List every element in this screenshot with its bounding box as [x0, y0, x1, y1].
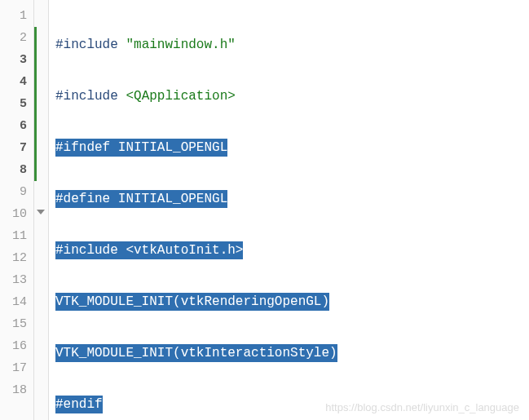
line-number: 7: [0, 137, 33, 159]
line-number: 15: [0, 313, 33, 335]
line-number: 2: [0, 27, 33, 49]
code-line: #include <QApplication>: [55, 86, 529, 108]
change-bar: [34, 27, 37, 49]
line-number: 5: [0, 93, 33, 115]
line-number: 17: [0, 357, 33, 379]
line-number: 11: [0, 225, 33, 247]
line-number: 13: [0, 269, 33, 291]
line-number: 3: [0, 49, 33, 71]
selected-text: VTK_MODULE_INIT(vtkRenderingOpenGL): [55, 293, 329, 311]
selected-text: #endif: [55, 396, 103, 413]
line-number: 8: [0, 159, 33, 181]
code-line: #ifndef INITIAL_OPENGL: [55, 137, 529, 159]
change-bar: [34, 159, 37, 181]
watermark: https://blog.csdn.net/liyunxin_c_languag…: [325, 401, 519, 413]
line-number: 4: [0, 71, 33, 93]
fold-gutter: [34, 0, 49, 420]
line-number: 18: [0, 379, 33, 401]
line-number: 16: [0, 335, 33, 357]
line-number: 10: [0, 203, 33, 225]
selected-text: VTK_MODULE_INIT(vtkInteractionStyle): [55, 344, 337, 362]
code-area[interactable]: #include "mainwindow.h" #include <QAppli…: [49, 0, 529, 420]
code-line: #define INITIAL_OPENGL: [55, 188, 529, 210]
line-number-gutter: 1 2 3 4 5 6 7 8 9 10 11 12 13 14 15 16 1…: [0, 0, 34, 420]
selected-text: #define INITIAL_OPENGL: [55, 190, 227, 208]
change-bar: [34, 49, 37, 71]
selected-text: #include <vtkAutoInit.h>: [55, 241, 243, 259]
change-bar: [34, 71, 37, 93]
line-number: 6: [0, 115, 33, 137]
line-number: 14: [0, 291, 33, 313]
line-number: 9: [0, 181, 33, 203]
change-bar: [34, 137, 37, 159]
code-line: VTK_MODULE_INIT(vtkRenderingOpenGL): [55, 291, 529, 313]
line-number: 1: [0, 5, 33, 27]
change-bar: [34, 115, 37, 137]
change-bar: [34, 93, 37, 115]
fold-toggle-icon[interactable]: [37, 210, 45, 214]
code-line: #include <vtkAutoInit.h>: [55, 240, 529, 262]
selected-text: #ifndef INITIAL_OPENGL: [55, 139, 227, 157]
line-number: 12: [0, 247, 33, 269]
code-line: VTK_MODULE_INIT(vtkInteractionStyle): [55, 343, 529, 365]
code-line: #include "mainwindow.h": [55, 34, 529, 56]
code-editor: 1 2 3 4 5 6 7 8 9 10 11 12 13 14 15 16 1…: [0, 0, 529, 420]
